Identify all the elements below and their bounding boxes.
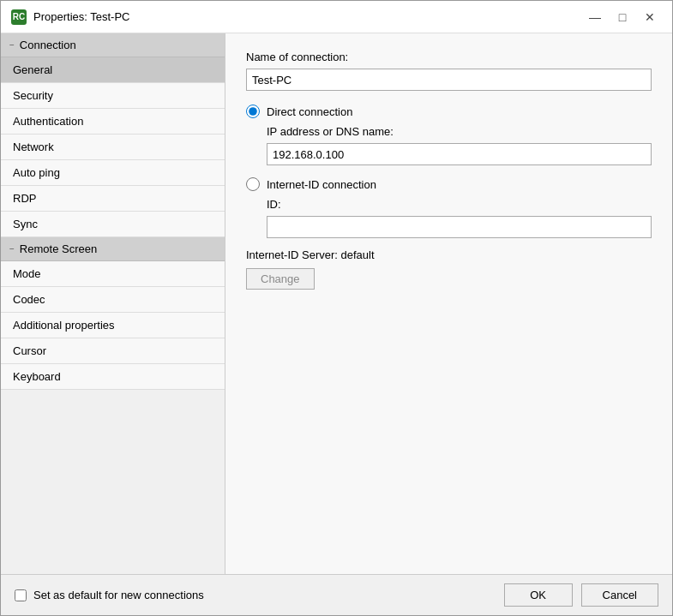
sidebar-item-rdp-label: RDP bbox=[13, 192, 36, 205]
content-area: Name of connection: Direct connection IP… bbox=[225, 33, 672, 574]
direct-connection-label: Direct connection bbox=[267, 105, 352, 118]
id-input[interactable] bbox=[267, 216, 652, 238]
direct-connection-radio[interactable] bbox=[246, 105, 260, 118]
sidebar-item-mode[interactable]: Mode bbox=[1, 261, 225, 287]
title-bar-left: RC Properties: Test-PC bbox=[11, 9, 129, 25]
sidebar-item-authentication-label: Authentication bbox=[13, 115, 83, 128]
dialog-body: − Connection General Security Authentica… bbox=[1, 33, 672, 574]
connection-group-header[interactable]: − Connection bbox=[1, 33, 225, 57]
ip-input[interactable] bbox=[267, 143, 652, 165]
change-button[interactable]: Change bbox=[246, 268, 315, 290]
title-bar-controls: — □ ✕ bbox=[583, 8, 662, 27]
title-bar: RC Properties: Test-PC — □ ✕ bbox=[1, 1, 672, 33]
connection-group-label: Connection bbox=[20, 39, 76, 51]
maximize-button[interactable]: □ bbox=[610, 8, 634, 27]
sidebar-item-keyboard-label: Keyboard bbox=[13, 370, 61, 383]
internet-id-radio[interactable] bbox=[246, 177, 260, 191]
sidebar-item-network[interactable]: Network bbox=[1, 135, 225, 160]
direct-connection-details: IP address or DNS name: bbox=[267, 125, 652, 165]
sidebar-item-security-label: Security bbox=[13, 89, 53, 102]
cancel-button[interactable]: Cancel bbox=[581, 583, 658, 607]
sidebar-item-auto-ping[interactable]: Auto ping bbox=[1, 160, 225, 186]
connection-collapse-icon: − bbox=[9, 40, 15, 50]
remote-screen-collapse-icon: − bbox=[9, 244, 15, 254]
sidebar: − Connection General Security Authentica… bbox=[1, 33, 225, 574]
id-field-label: ID: bbox=[267, 198, 652, 211]
app-icon: RC bbox=[11, 9, 27, 25]
sidebar-item-rdp[interactable]: RDP bbox=[1, 186, 225, 212]
window-title: Properties: Test-PC bbox=[33, 10, 129, 23]
server-info-label: Internet-ID Server: default bbox=[246, 248, 652, 261]
sidebar-item-authentication[interactable]: Authentication bbox=[1, 109, 225, 135]
default-connection-label: Set as default for new connections bbox=[33, 589, 204, 601]
direct-connection-row: Direct connection bbox=[246, 105, 652, 118]
name-of-connection-label: Name of connection: bbox=[246, 51, 652, 63]
remote-screen-group-header[interactable]: − Remote Screen bbox=[1, 237, 225, 261]
internet-id-details: ID: bbox=[267, 198, 652, 238]
sidebar-item-general-label: General bbox=[13, 63, 52, 76]
sidebar-item-codec-label: Codec bbox=[13, 293, 45, 306]
dialog-window: RC Properties: Test-PC — □ ✕ − Connectio… bbox=[0, 0, 673, 616]
dialog-footer: Set as default for new connections OK Ca… bbox=[1, 574, 672, 615]
ok-button[interactable]: OK bbox=[504, 583, 573, 607]
sidebar-item-keyboard[interactable]: Keyboard bbox=[1, 364, 225, 390]
sidebar-item-cursor-label: Cursor bbox=[13, 344, 46, 357]
name-of-connection-input[interactable] bbox=[246, 69, 652, 91]
default-connection-checkbox[interactable] bbox=[15, 589, 27, 601]
ip-label: IP address or DNS name: bbox=[267, 125, 652, 138]
footer-left: Set as default for new connections bbox=[15, 589, 204, 601]
sidebar-item-sync[interactable]: Sync bbox=[1, 212, 225, 237]
sidebar-item-cursor[interactable]: Cursor bbox=[1, 338, 225, 364]
sidebar-item-network-label: Network bbox=[13, 141, 54, 153]
sidebar-item-mode-label: Mode bbox=[13, 267, 41, 280]
sidebar-item-general[interactable]: General bbox=[1, 57, 225, 83]
sidebar-item-auto-ping-label: Auto ping bbox=[13, 166, 60, 179]
sidebar-item-additional-properties-label: Additional properties bbox=[13, 319, 115, 332]
sidebar-item-security[interactable]: Security bbox=[1, 83, 225, 109]
remote-screen-group-label: Remote Screen bbox=[20, 242, 97, 255]
sidebar-item-sync-label: Sync bbox=[13, 218, 38, 230]
minimize-button[interactable]: — bbox=[583, 8, 607, 27]
footer-right: OK Cancel bbox=[504, 583, 658, 607]
internet-id-row: Internet-ID connection bbox=[246, 177, 652, 191]
internet-id-label: Internet-ID connection bbox=[267, 178, 376, 191]
sidebar-item-codec[interactable]: Codec bbox=[1, 287, 225, 313]
app-icon-label: RC bbox=[13, 12, 25, 21]
close-button[interactable]: ✕ bbox=[638, 8, 662, 27]
sidebar-item-additional-properties[interactable]: Additional properties bbox=[1, 313, 225, 338]
